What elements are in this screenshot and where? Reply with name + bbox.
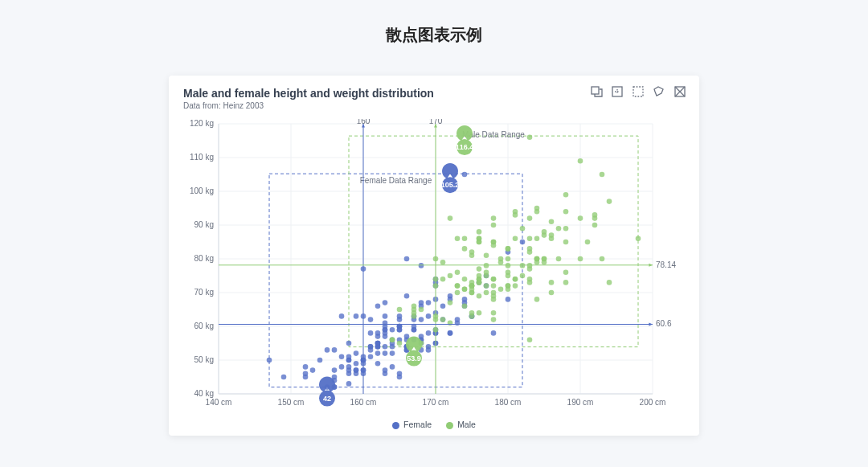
svg-text:70 kg: 70 kg [194, 288, 214, 297]
svg-point-269 [440, 317, 446, 322]
svg-point-70 [346, 381, 352, 387]
svg-point-262 [397, 307, 403, 313]
svg-point-49 [383, 344, 388, 350]
svg-point-313 [520, 263, 526, 268]
svg-point-169 [346, 364, 352, 370]
svg-point-277 [534, 297, 540, 302]
svg-point-318 [527, 135, 533, 141]
svg-point-273 [513, 236, 518, 242]
brush-icon[interactable] [653, 85, 665, 98]
svg-point-154 [426, 344, 432, 350]
svg-point-292 [600, 172, 605, 178]
svg-point-120 [383, 313, 388, 319]
svg-point-150 [325, 347, 330, 353]
svg-point-199 [600, 256, 605, 262]
svg-text:40 kg: 40 kg [194, 389, 214, 398]
svg-point-293 [549, 280, 555, 285]
svg-point-305 [506, 263, 511, 268]
zoom-icon[interactable] [590, 85, 603, 98]
svg-point-325 [534, 256, 540, 262]
legend-item-female[interactable]: Female [392, 420, 432, 429]
svg-point-221 [484, 263, 489, 268]
svg-point-146 [383, 367, 388, 373]
svg-text:60.6: 60.6 [656, 319, 672, 328]
svg-text:170 cm: 170 cm [423, 398, 449, 407]
svg-point-314 [563, 192, 569, 198]
svg-rect-2 [633, 87, 643, 96]
svg-point-275 [556, 256, 562, 262]
svg-point-324 [506, 246, 511, 252]
svg-point-285 [462, 287, 468, 293]
svg-point-335 [549, 236, 555, 242]
svg-text:150 cm: 150 cm [278, 398, 305, 407]
svg-text:120 kg: 120 kg [190, 119, 214, 128]
chart-plot-area[interactable]: 140 cm150 cm160 cm170 cm180 cm190 cm200 … [183, 119, 685, 412]
svg-point-248 [513, 277, 518, 282]
legend-item-male[interactable]: Male [446, 420, 476, 429]
svg-point-45 [339, 313, 345, 319]
svg-text:Female Data Range: Female Data Range [360, 176, 432, 185]
svg-point-94 [383, 334, 388, 339]
restore-icon[interactable] [632, 85, 645, 98]
svg-text:80 kg: 80 kg [194, 254, 214, 263]
svg-point-177 [368, 344, 374, 350]
svg-point-116 [419, 317, 424, 322]
svg-point-78 [383, 300, 388, 305]
svg-point-241 [477, 229, 482, 235]
svg-point-235 [527, 236, 533, 242]
svg-point-272 [411, 307, 417, 313]
svg-rect-38 [269, 174, 522, 387]
svg-point-159 [346, 358, 352, 363]
svg-point-212 [506, 256, 511, 262]
svg-point-128 [419, 263, 424, 268]
svg-point-151 [368, 317, 374, 322]
svg-point-149 [375, 334, 381, 339]
svg-text:160 cm: 160 cm [350, 398, 377, 407]
svg-point-83 [462, 172, 468, 178]
svg-point-52 [404, 293, 410, 299]
svg-point-229 [448, 273, 453, 279]
svg-point-153 [404, 256, 410, 262]
svg-point-174 [354, 371, 359, 377]
svg-point-183 [390, 350, 395, 356]
svg-point-58 [354, 313, 359, 319]
svg-point-42 [368, 354, 374, 360]
svg-text:140 cm: 140 cm [206, 398, 232, 407]
svg-point-171 [397, 327, 403, 333]
svg-point-274 [491, 243, 497, 248]
svg-point-155 [354, 361, 359, 367]
page-title: 散点图表示例 [0, 24, 868, 46]
svg-point-205 [527, 338, 533, 343]
svg-point-172 [440, 304, 446, 309]
svg-point-200 [607, 280, 612, 285]
svg-text:100 kg: 100 kg [190, 186, 214, 195]
svg-point-252 [534, 236, 540, 242]
svg-point-270 [549, 290, 555, 296]
svg-point-299 [578, 158, 583, 164]
svg-point-327 [585, 240, 591, 245]
svg-point-265 [477, 293, 482, 299]
svg-point-308 [462, 236, 468, 242]
svg-point-291 [397, 341, 403, 346]
svg-point-170 [383, 350, 388, 356]
svg-point-207 [498, 287, 504, 293]
svg-point-238 [556, 226, 562, 231]
svg-point-184 [426, 300, 432, 305]
save-image-icon[interactable] [674, 85, 686, 98]
svg-point-300 [498, 256, 504, 262]
svg-point-294 [491, 310, 497, 316]
svg-point-298 [491, 317, 497, 322]
svg-point-48 [390, 364, 395, 370]
chart-subtitle: Data from: Heinz 2003 [183, 101, 685, 110]
svg-point-302 [455, 283, 461, 289]
svg-point-189 [462, 304, 468, 309]
svg-point-119 [506, 297, 511, 302]
svg-point-329 [469, 310, 475, 316]
svg-text:160: 160 [357, 119, 371, 125]
svg-point-255 [506, 273, 511, 279]
zoom-back-icon[interactable] [611, 85, 624, 98]
svg-point-138 [310, 367, 316, 373]
svg-text:170: 170 [429, 119, 443, 125]
svg-point-316 [455, 270, 461, 276]
svg-text:42: 42 [323, 395, 331, 403]
